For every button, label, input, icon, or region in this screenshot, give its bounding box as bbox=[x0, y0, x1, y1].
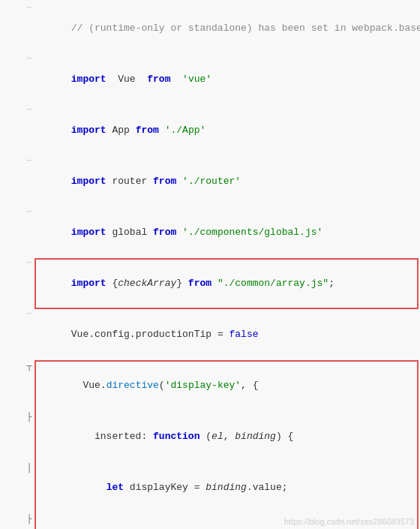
code-line-5: ─ import global from './components/globa… bbox=[0, 207, 420, 258]
code-text: import App from './App' bbox=[34, 106, 420, 155]
code-text: Vue.config.productionTip = false bbox=[34, 310, 420, 359]
fold-icon: ─ bbox=[24, 310, 34, 318]
code-text: // (runtime-only or standalone) has been… bbox=[34, 4, 420, 53]
fold-icon-directive[interactable]: ┬ bbox=[24, 361, 34, 371]
code-line-8: ┬ Vue.directive('display-key', { bbox=[0, 360, 420, 411]
fold-icon: ─ bbox=[24, 208, 34, 216]
fold-icon: │ bbox=[24, 463, 34, 473]
code-line-4: ─ import router from './router' bbox=[0, 156, 420, 207]
code-editor: ─ // (runtime-only or standalone) has be… bbox=[0, 0, 420, 529]
fold-icon: ─ bbox=[24, 157, 34, 165]
code-text: let displayKey = binding.value; bbox=[34, 463, 420, 512]
code-line-9: ├ inserted: function (el, binding) { bbox=[0, 411, 420, 462]
code-line-2: ─ import Vue from 'vue' bbox=[0, 54, 420, 105]
fold-icon: ─ bbox=[24, 259, 34, 267]
fold-icon: ─ bbox=[24, 4, 34, 12]
code-line-10: │ let displayKey = binding.value; bbox=[0, 462, 420, 513]
fold-icon: ─ bbox=[24, 55, 34, 63]
watermark: https://blog.csdn.net/sss286083573 bbox=[284, 517, 414, 526]
fold-icon: ─ bbox=[24, 106, 34, 114]
code-line-3: ─ import App from './App' bbox=[0, 105, 420, 156]
code-line-7: ─ Vue.config.productionTip = false bbox=[0, 309, 420, 360]
code-text: import Vue from 'vue' bbox=[34, 55, 420, 104]
code-text: import router from './router' bbox=[34, 157, 420, 206]
code-line-6-import-highlight: ─ import {checkArray} from "./common/arr… bbox=[0, 258, 420, 309]
directive-block: ┬ Vue.directive('display-key', { ├ inser… bbox=[0, 360, 420, 529]
fold-icon[interactable]: ├ bbox=[24, 514, 34, 524]
fold-icon[interactable]: ├ bbox=[24, 412, 34, 422]
import-checkarray-line: import {checkArray} from "./common/array… bbox=[34, 259, 420, 308]
code-text: import global from './components/global.… bbox=[34, 208, 420, 257]
code-text: inserted: function (el, binding) { bbox=[34, 412, 420, 461]
code-line-1: ─ // (runtime-only or standalone) has be… bbox=[0, 3, 420, 54]
code-text: Vue.directive('display-key', { bbox=[34, 361, 420, 410]
